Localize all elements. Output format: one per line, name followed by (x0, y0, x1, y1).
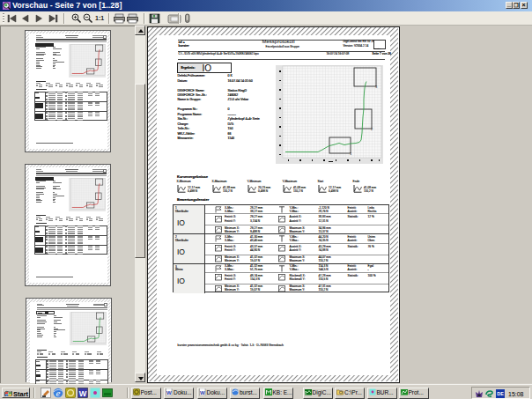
svg-text:e: e (56, 388, 61, 398)
svg-text:W: W (199, 390, 204, 395)
svg-text:W: W (166, 390, 172, 395)
svg-text:W: W (79, 389, 87, 398)
